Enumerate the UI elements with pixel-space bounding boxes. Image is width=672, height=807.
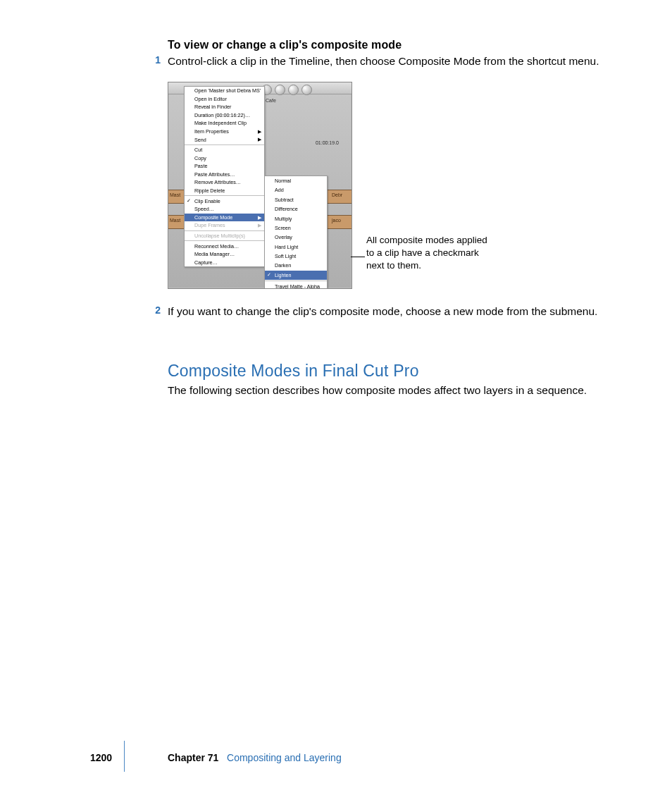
menu-item-media-manager[interactable]: Media Manager… bbox=[185, 250, 264, 259]
context-menu[interactable]: Open 'Master shot Debra MS' Open in Edit… bbox=[184, 86, 265, 267]
menu-item-make-independent[interactable]: Make Independent Clip bbox=[185, 119, 264, 128]
page-footer: 1200 Chapter 71 Compositing and Layering bbox=[0, 755, 672, 769]
chapter-reference: Chapter 71 Compositing and Layering bbox=[168, 752, 342, 763]
tab-label: Cafe bbox=[266, 98, 276, 103]
menu-item-copy[interactable]: Copy bbox=[185, 154, 264, 163]
check-icon: ✓ bbox=[187, 198, 191, 203]
check-icon: ✓ bbox=[267, 272, 271, 278]
step-2: 2 If you want to change the clip's compo… bbox=[168, 304, 618, 319]
menu-item-paste[interactable]: Paste bbox=[185, 162, 264, 171]
menu-item-send[interactable]: Send▶ bbox=[185, 135, 264, 144]
chapter-label: Chapter 71 bbox=[168, 752, 218, 763]
callout-leader-line bbox=[351, 257, 365, 257]
menu-item-reconnect-media[interactable]: Reconnect Media… bbox=[185, 242, 264, 250]
submenu-item-darken[interactable]: Darken bbox=[265, 261, 327, 270]
menu-item-clip-enable[interactable]: ✓Clip Enable bbox=[185, 197, 264, 205]
step-number: 2 bbox=[149, 304, 161, 319]
chapter-title: Compositing and Layering bbox=[227, 752, 342, 763]
play-icon[interactable] bbox=[288, 85, 299, 95]
menu-item-speed[interactable]: Speed… bbox=[185, 205, 264, 214]
menu-item-duration[interactable]: Duration (00:00:16:22)… bbox=[185, 111, 264, 120]
step-1: 1 Control-click a clip in the Timeline, … bbox=[168, 54, 618, 69]
page-number: 1200 bbox=[90, 752, 112, 763]
section-body: The following section describes how comp… bbox=[168, 383, 618, 398]
chevron-right-icon: ▶ bbox=[258, 129, 261, 134]
transport-buttons bbox=[261, 85, 312, 95]
menu-item-ripple-delete[interactable]: Ripple Delete bbox=[185, 187, 264, 195]
step-number: 1 bbox=[149, 54, 161, 69]
footer-rule bbox=[124, 741, 125, 772]
submenu-item-normal[interactable]: Normal bbox=[265, 176, 327, 185]
menu-item-open-editor[interactable]: Open in Editor bbox=[185, 95, 264, 104]
screenshot: Cafe 01:00:19.0 Mast Debr Mast jaco Open… bbox=[168, 82, 352, 289]
chevron-right-icon: ▶ bbox=[258, 137, 261, 142]
menu-item-remove-attributes[interactable]: Remove Attributes… bbox=[185, 178, 264, 187]
task-title: To view or change a clip's composite mod… bbox=[168, 39, 618, 51]
clip-label: jaco bbox=[332, 218, 341, 223]
submenu-item-lighten[interactable]: ✓Lighten bbox=[265, 271, 327, 280]
menu-item-capture[interactable]: Capture… bbox=[185, 258, 264, 266]
clip-label: Mast bbox=[170, 218, 180, 223]
menu-item-dupe-frames: Dupe Frames▶ bbox=[185, 221, 264, 230]
clip-label: Debr bbox=[332, 192, 342, 197]
submenu-item-screen[interactable]: Screen bbox=[265, 223, 327, 233]
menu-item-item-properties[interactable]: Item Properties▶ bbox=[185, 128, 264, 136]
submenu-item-hard-light[interactable]: Hard Light bbox=[265, 242, 327, 252]
submenu-item-difference[interactable]: Difference bbox=[265, 204, 327, 214]
play-icon[interactable] bbox=[301, 85, 312, 95]
composite-mode-submenu[interactable]: Normal Add Subtract Difference Multiply … bbox=[264, 175, 328, 289]
submenu-item-multiply[interactable]: Multiply bbox=[265, 214, 327, 223]
timecode-label: 01:00:19.0 bbox=[316, 140, 339, 145]
callout-text: All composite modes applied to a clip ha… bbox=[366, 234, 493, 271]
menu-item-cut[interactable]: Cut bbox=[185, 146, 264, 154]
play-icon[interactable] bbox=[275, 85, 285, 95]
menu-item-reveal-finder[interactable]: Reveal in Finder bbox=[185, 103, 264, 111]
step-text: If you want to change the clip's composi… bbox=[168, 304, 597, 319]
step-text: Control-click a clip in the Timeline, th… bbox=[168, 54, 599, 69]
submenu-item-overlay[interactable]: Overlay bbox=[265, 233, 327, 242]
submenu-item-subtract[interactable]: Subtract bbox=[265, 195, 327, 204]
submenu-item-soft-light[interactable]: Soft Light bbox=[265, 252, 327, 261]
figure: Cafe 01:00:19.0 Mast Debr Mast jaco Open… bbox=[168, 82, 618, 289]
menu-item-open-clip[interactable]: Open 'Master shot Debra MS' bbox=[185, 87, 264, 95]
section-heading: Composite Modes in Final Cut Pro bbox=[168, 362, 618, 381]
clip-label: Mast bbox=[170, 192, 180, 197]
chevron-right-icon: ▶ bbox=[258, 223, 261, 228]
menu-item-composite-mode[interactable]: Composite Mode▶ bbox=[185, 214, 264, 222]
menu-item-uncollapse: Uncollapse Multiclip(s) bbox=[185, 232, 264, 240]
submenu-item-travel-matte-alpha[interactable]: Travel Matte - Alpha bbox=[265, 282, 327, 289]
menu-item-paste-attributes[interactable]: Paste Attributes… bbox=[185, 171, 264, 179]
submenu-item-add[interactable]: Add bbox=[265, 185, 327, 195]
chevron-right-icon: ▶ bbox=[258, 215, 261, 220]
